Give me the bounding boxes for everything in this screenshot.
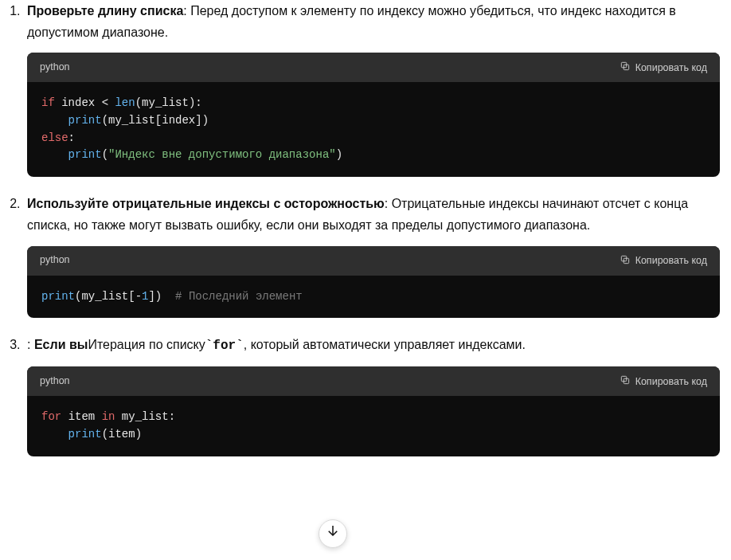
copy-code-button[interactable]: Копировать код bbox=[620, 253, 707, 269]
copy-icon bbox=[620, 61, 631, 74]
tok bbox=[95, 96, 101, 109]
tok: : bbox=[169, 410, 175, 423]
tok: ] bbox=[148, 290, 154, 303]
code-block-2: python Копировать код print(my_list[-1])… bbox=[27, 246, 720, 319]
tok: my_list bbox=[81, 290, 128, 303]
tok: # Последний элемент bbox=[175, 290, 303, 303]
tok: len bbox=[115, 96, 135, 109]
item-3-prefix: : bbox=[27, 338, 34, 351]
tok: print bbox=[68, 148, 102, 161]
code-body-1[interactable]: if index < len(my_list): print(my_list[i… bbox=[27, 82, 720, 177]
copy-code-button[interactable]: Копировать код bbox=[620, 59, 707, 76]
tok: else bbox=[41, 131, 68, 144]
item-3-mid: Итерация по списку bbox=[88, 338, 205, 351]
tok bbox=[61, 410, 68, 423]
tok: : bbox=[68, 131, 75, 144]
item-2-bold: Используйте отрицательные индексы с осто… bbox=[27, 197, 385, 210]
tok: print bbox=[68, 428, 102, 441]
tok: print bbox=[68, 114, 102, 127]
list-item-3: : Если выИтерация по списку`for`, которы… bbox=[24, 334, 720, 456]
tok: : bbox=[195, 96, 201, 109]
list-item-1: Проверьте длину списка: Перед доступом к… bbox=[24, 0, 720, 177]
code-lang-label: python bbox=[40, 374, 70, 389]
copy-icon bbox=[620, 374, 631, 388]
tok bbox=[55, 96, 61, 109]
tok: my_list bbox=[142, 96, 189, 109]
tok: index bbox=[61, 96, 95, 109]
tok: ) bbox=[336, 148, 342, 161]
tok: - bbox=[135, 290, 142, 303]
tok: print bbox=[41, 290, 75, 303]
tok: ) bbox=[135, 428, 142, 441]
code-header: python Копировать код bbox=[27, 53, 720, 82]
tok: for bbox=[41, 410, 61, 423]
tok bbox=[41, 428, 68, 441]
item-1-text: Проверьте длину списка: Перед доступом к… bbox=[27, 0, 720, 43]
tok: my_list bbox=[122, 410, 169, 423]
tok: item bbox=[108, 428, 135, 441]
list-item-2: Используйте отрицательные индексы с осто… bbox=[24, 193, 720, 318]
tok: if bbox=[41, 96, 55, 109]
tok: "Индекс вне допустимого диапазона" bbox=[108, 148, 336, 161]
copy-label: Копировать код bbox=[635, 62, 707, 73]
item-1-bold: Проверьте длину списка bbox=[27, 4, 183, 18]
tok: ( bbox=[102, 428, 108, 441]
copy-icon bbox=[620, 254, 631, 268]
code-block-1: python Копировать код if index < len(my_… bbox=[27, 53, 720, 177]
item-3-bold: Если вы bbox=[34, 338, 88, 351]
tok bbox=[162, 290, 175, 303]
code-lang-label: python bbox=[40, 253, 70, 268]
tok bbox=[115, 410, 121, 423]
tok bbox=[41, 148, 68, 161]
ordered-list: Проверьте длину списка: Перед доступом к… bbox=[0, 0, 731, 456]
tok: ( bbox=[135, 96, 142, 109]
code-body-2[interactable]: print(my_list[-1]) # Последний элемент bbox=[27, 276, 720, 319]
tok bbox=[95, 410, 101, 423]
tok: ) bbox=[202, 114, 209, 127]
tok: < bbox=[102, 96, 108, 109]
item-3-code-word: `for` bbox=[205, 339, 244, 353]
code-header: python Копировать код bbox=[27, 246, 720, 276]
tok: ( bbox=[102, 148, 108, 161]
tok bbox=[41, 114, 68, 127]
code-body-3[interactable]: for item in my_list: print(item) bbox=[27, 396, 720, 456]
tok: index bbox=[162, 114, 195, 127]
code-lang-label: python bbox=[40, 60, 70, 75]
copy-code-button[interactable]: Копировать код bbox=[620, 373, 707, 390]
tok: item bbox=[68, 410, 96, 423]
item-3-text: : Если выИтерация по списку`for`, которы… bbox=[27, 334, 720, 357]
tok: [ bbox=[155, 114, 162, 127]
tok: ) bbox=[155, 290, 162, 303]
code-header: python Копировать код bbox=[27, 366, 720, 396]
code-block-3: python Копировать код for item in my_lis… bbox=[27, 366, 720, 456]
tok: ] bbox=[195, 114, 201, 127]
tok: in bbox=[102, 410, 115, 423]
tok: my_list bbox=[108, 114, 155, 127]
item-3-after: , который автоматически управляет индекс… bbox=[244, 338, 526, 351]
tok: ( bbox=[102, 114, 108, 127]
item-2-text: Используйте отрицательные индексы с осто… bbox=[27, 193, 720, 236]
tok: [ bbox=[128, 290, 135, 303]
copy-label: Копировать код bbox=[635, 376, 707, 387]
copy-label: Копировать код bbox=[635, 255, 707, 266]
